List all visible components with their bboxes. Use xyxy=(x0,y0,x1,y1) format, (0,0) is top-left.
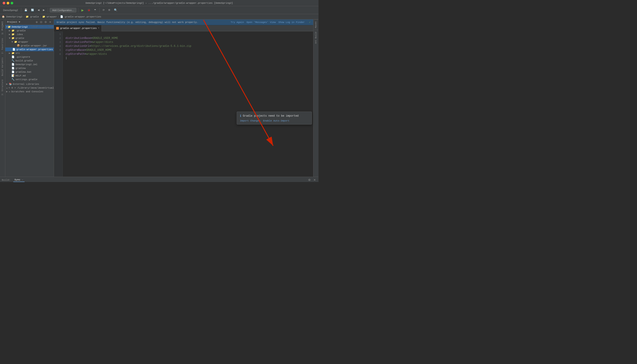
tree-item-settings-gradle[interactable]: 🔧 settings.gradle xyxy=(5,78,54,81)
tree-item-gradle-hidden[interactable]: ▶ 📁 .gradle xyxy=(5,29,54,32)
coverage-btn[interactable]: ☂ xyxy=(93,8,98,12)
bottom-panel: Build: Sync ✕ ⚙ ✕ ▼ ● DemoSpring2: sync … xyxy=(0,177,318,182)
back-btn[interactable]: ◀ xyxy=(36,8,41,12)
line-num-6: 6 xyxy=(54,52,61,56)
left-vtabs: 1: Project 2: Favorites Build Variants 3… xyxy=(0,20,5,177)
sync-tab-close[interactable]: ✕ xyxy=(22,179,23,181)
ant-build-tab[interactable]: Ant Build xyxy=(314,30,318,46)
gradle-import-popup: ℹ Gradle projects need to be imported Im… xyxy=(237,112,312,124)
tree-helpmd-label: HELP.md xyxy=(16,74,26,77)
vtab-structure[interactable]: 3: Structure xyxy=(1,78,5,97)
code-editor[interactable]: 1 2 3 4 5 6 distributionBase=GRADLE_USER… xyxy=(54,31,313,177)
breadcrumb-project[interactable]: 🏠 DemoSpring2 xyxy=(2,15,22,18)
tree-scratches-label: Scratches and Consoles xyxy=(11,90,43,93)
tree-item-helpmd[interactable]: 📝 HELP.md xyxy=(5,74,54,78)
run-button[interactable]: ▶ xyxy=(80,8,85,12)
tree-item-wrapper-props[interactable]: 📄 gradle-wrapper.properties xyxy=(5,48,54,51)
tab-label: gradle-wrapper.properties xyxy=(60,27,97,30)
toolbar-separator xyxy=(21,8,21,12)
breadcrumb-wrapper[interactable]: 📁 wrapper xyxy=(42,15,57,18)
tree-item-root[interactable]: ▼ 📁 DemoSpring2 ~/IdeaProjects/DemoSprin… xyxy=(5,25,54,29)
sync-tab[interactable]: Sync ✕ xyxy=(13,178,25,182)
gradle-refresh-btn[interactable]: ⟳ xyxy=(101,8,106,12)
import-changes-button[interactable]: Import Changes xyxy=(240,120,260,122)
build-label: Build: xyxy=(2,179,11,181)
tree-buildgradle-label: build.gradle xyxy=(16,60,33,62)
tab-close-btn[interactable]: × xyxy=(98,27,99,30)
tree-item-ext-libs[interactable]: ▶ 📚 External Libraries xyxy=(5,82,54,86)
tree-root-name: DemoSpring2 xyxy=(12,26,28,28)
info-icon: ℹ xyxy=(240,114,241,118)
folder-icon-2: 📁 xyxy=(12,33,15,36)
tree-item-idea[interactable]: ▶ 📁 .idea xyxy=(5,32,54,36)
tree-iml-label: DemoSpring2.iml xyxy=(16,63,37,66)
tree-src-label: src xyxy=(16,52,20,54)
code-val-3: https\://services.gradle.org/distributio… xyxy=(91,44,191,48)
code-key-2: distributionPath xyxy=(66,41,91,44)
tree-item-gitignore[interactable]: 📄 .gitignore xyxy=(5,55,54,59)
locate-file-btn[interactable]: ⊕ xyxy=(35,20,39,24)
debug-btn[interactable]: 🐞 xyxy=(86,8,92,12)
project-icon: 📁 xyxy=(8,26,11,28)
tree-item-gradle[interactable]: ▼ 📁 gradle xyxy=(5,36,54,40)
tree-item-iml[interactable]: 📄 DemoSpring2.iml xyxy=(5,62,54,66)
project-name-btn[interactable]: DemoSpring2 xyxy=(2,8,19,12)
sidebar-title: Project ▼ xyxy=(7,21,20,24)
toolbar: DemoSpring2 💾 🔄 ◀ ▶ Add Configuration...… xyxy=(0,6,318,14)
code-key-5: zipStorePath xyxy=(66,52,85,56)
tree-item-wrapper-jar[interactable]: 📦 gradle-wrapper.jar xyxy=(5,44,54,48)
try-again-btn[interactable]: Try Again xyxy=(231,21,244,24)
settings-sidebar-btn[interactable]: ⚙ xyxy=(44,20,48,24)
close-sidebar-btn[interactable]: ✕ xyxy=(49,20,52,24)
settings-build-btn[interactable]: ⚙ xyxy=(307,178,312,182)
tab-gradle-wrapper-props[interactable]: gradle-wrapper.properties × xyxy=(54,25,102,31)
sync-btn[interactable]: 🔄 xyxy=(30,8,35,12)
save-all-btn[interactable]: 💾 xyxy=(23,8,29,12)
project-sidebar: Project ▼ ⊕ ⊟ ⚙ ✕ ▼ 📁 DemoSpring2 ~/Idea… xyxy=(5,20,54,177)
breadcrumb-file[interactable]: 📄 gradle-wrapper.properties xyxy=(60,15,101,18)
folder-src-icon: 📁 xyxy=(12,52,15,54)
tree-item-wrapper[interactable]: ▼ 📁 wrapper xyxy=(5,40,54,44)
show-log-btn[interactable]: Show Log in Finder xyxy=(279,21,305,24)
breadcrumb-gradle[interactable]: 📁 gradle xyxy=(26,15,39,18)
close-button[interactable] xyxy=(3,2,5,4)
window-controls[interactable] xyxy=(3,2,13,4)
settings-btn[interactable]: ⚙ xyxy=(107,8,112,12)
code-key-1: distributionBase xyxy=(66,37,91,40)
close-panel-btn[interactable]: ✕ xyxy=(313,178,317,182)
forward-btn[interactable]: ▶ xyxy=(42,8,46,12)
maximize-button[interactable] xyxy=(11,2,13,4)
code-val-1: GRADLE_USER_HOME xyxy=(92,37,118,40)
tab-bar: gradle-wrapper.properties × xyxy=(54,25,313,31)
vtab-favorites[interactable]: 2: Favorites xyxy=(1,36,5,56)
minimize-button[interactable] xyxy=(7,2,9,4)
enable-auto-import-button[interactable]: Enable Auto-Import xyxy=(263,120,289,122)
add-configuration-button[interactable]: Add Configuration... xyxy=(50,8,76,12)
tree-item-jdk[interactable]: ☕ < 9 > /Library/Java/JavaVirtualMachine… xyxy=(5,86,54,90)
code-cursor: | xyxy=(66,56,67,60)
collapse-all-btn[interactable]: ⊟ xyxy=(39,20,43,24)
vtab-project[interactable]: 1: Project xyxy=(1,20,5,36)
settings-gradle-icon: 🔧 xyxy=(12,78,15,81)
tree-item-gradlew[interactable]: 📄 gradlew xyxy=(5,66,54,70)
code-val-2: wrapper/dists xyxy=(92,41,113,44)
toolbar-separator-2 xyxy=(48,8,48,12)
code-content[interactable]: distributionBase=GRADLE_USER_HOME distri… xyxy=(63,31,313,177)
notification-bar: Gradle project sync failed. Basic functi… xyxy=(54,20,313,25)
folder-gradle-icon: 📁 xyxy=(12,37,15,40)
tree-item-gradlew-bat[interactable]: 📄 gradlew.bat xyxy=(5,70,54,74)
tree-item-src[interactable]: ▶ 📁 src xyxy=(5,51,54,55)
notification-text: Gradle project sync failed. Basic functi… xyxy=(57,21,231,24)
gradlew-bat-icon: 📄 xyxy=(12,70,15,73)
toolbar-separator-3 xyxy=(78,8,78,12)
vtab-build-variants[interactable]: Build Variants xyxy=(1,56,5,78)
tree-item-buildgradle[interactable]: 🔧 build.gradle xyxy=(5,59,54,62)
tree-item-scratches[interactable]: ▶ ✏ Scratches and Consoles xyxy=(5,90,54,94)
tree-settings-gradle-label: settings.gradle xyxy=(16,78,37,81)
maven-tab[interactable]: Maven xyxy=(314,20,318,30)
search-btn[interactable]: 🔍 xyxy=(113,8,119,12)
tab-file-icon xyxy=(56,27,59,30)
tree-gitignore-label: .gitignore xyxy=(16,56,30,58)
tree-gradle-hidden-label: .gradle xyxy=(16,30,26,32)
open-messages-btn[interactable]: Open 'Messages' View xyxy=(247,21,276,24)
